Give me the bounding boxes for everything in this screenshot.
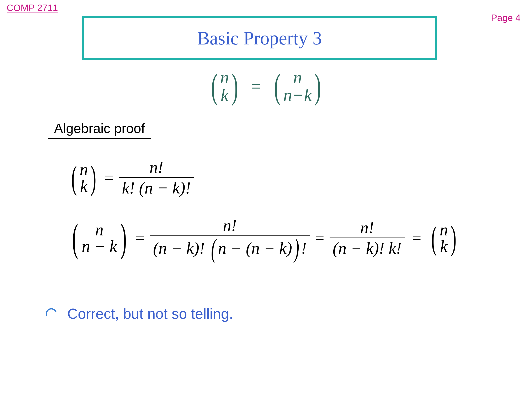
equals-sign: = [405,228,429,247]
binom-top: n [440,221,448,238]
binom-top: n [220,69,229,86]
binom-bottom: n − k [82,238,117,254]
proof-line-2: ( n n − k ) = n! (n − k)! ( n − (n − k) … [69,216,459,260]
fraction-numerator: n! [146,158,166,177]
main-equation: ( n k ) = ( n n−k ) [0,69,532,104]
binom-bottom: k [221,86,228,104]
fraction-denominator: (n − k)! k! [329,238,405,258]
slide-title: Basic Property 3 [197,27,322,49]
paren-left-icon: ( [431,226,437,250]
binom-top: n [95,221,103,238]
equals-sign: = [99,168,119,187]
binom-bottom: k [80,178,88,194]
page-number: Page 4 [491,13,520,23]
fraction-numerator: n! [357,218,377,238]
paren-right-icon: ) [232,72,238,100]
paren-right-icon: ) [451,226,456,250]
paren-left-icon: ( [211,72,217,100]
equals-sign: = [130,228,150,247]
paren-right-icon: ) [91,165,96,190]
course-code-link[interactable]: COMP 2711 [7,2,58,13]
paren-right-icon: ) [314,72,321,100]
fraction-numerator: n! [220,216,240,235]
equals-sign: = [249,76,263,96]
paren-left-icon: ( [274,72,280,100]
binom-top: n [80,161,88,178]
paren-left-icon: ( [211,237,216,260]
fraction-denominator: k! (n − k)! [119,177,194,197]
binom-top: n [293,69,302,86]
binom-bottom: n−k [283,86,312,104]
bullet-icon [44,306,58,321]
paren-left-icon: ( [71,165,77,190]
equals-sign: = [310,228,329,247]
bullet-item: Correct, but not so telling. [46,305,233,322]
section-heading: Algebraic proof [48,120,151,139]
proof-line-1: ( n k ) = n! k! (n − k)! [69,158,194,197]
bullet-text: Correct, but not so telling. [67,305,233,322]
binom-bottom: k [440,238,448,254]
paren-left-icon: ( [72,224,78,252]
paren-right-icon: ) [294,237,299,260]
paren-right-icon: ) [120,224,126,252]
title-box: Basic Property 3 [82,16,437,60]
